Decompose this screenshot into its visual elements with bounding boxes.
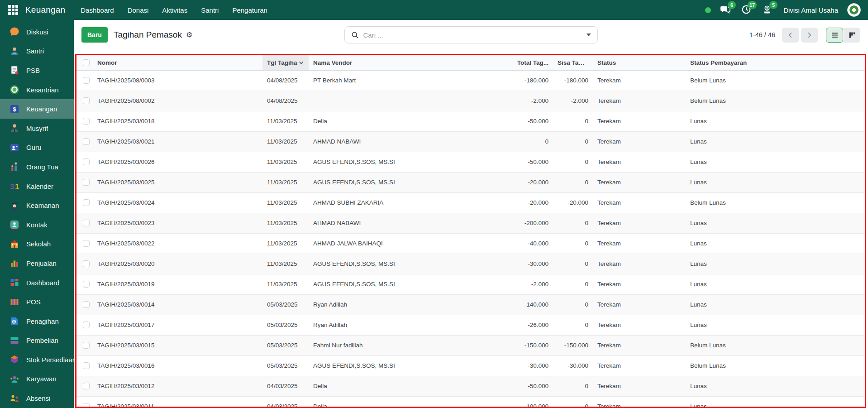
cell-status: Terekam <box>593 315 686 335</box>
search-dropdown-toggle[interactable] <box>580 27 597 43</box>
stok-persediaan-icon <box>9 354 20 365</box>
column-label: Status <box>597 59 616 66</box>
row-checkbox[interactable] <box>83 281 90 288</box>
row-checkbox[interactable] <box>83 342 90 349</box>
sidebar-item-pembelian[interactable]: Pembelian <box>0 331 74 350</box>
table-row[interactable]: TAGIH/2025/03/002311/03/2025AHMAD NABAWI… <box>76 213 865 233</box>
sidebar-item-musyrif[interactable]: Musyrif <box>0 119 74 138</box>
sidebar-item-pos[interactable]: POS <box>0 292 74 312</box>
table-row[interactable]: TAGIH/2025/03/001811/03/2025Della-50.000… <box>76 111 865 131</box>
company-name[interactable]: Divisi Amal Usaha <box>783 6 838 14</box>
table-row[interactable]: TAGIH/2025/03/002211/03/2025AHMAD JALWA … <box>76 233 865 254</box>
row-checkbox[interactable] <box>83 322 90 328</box>
row-checkbox[interactable] <box>83 220 90 226</box>
menu-dashboard[interactable]: Dashboard <box>81 6 114 14</box>
sidebar-item-santri[interactable]: Santri <box>0 42 74 61</box>
row-checkbox[interactable] <box>83 179 90 186</box>
table-row[interactable]: TAGIH/2025/08/000204/08/2025-2.000-2.000… <box>76 91 865 111</box>
penagihan-icon: $ <box>9 316 20 326</box>
sidebar-item-kalender[interactable]: 31Kalender <box>0 177 74 196</box>
row-checkbox[interactable] <box>83 403 90 408</box>
cell-tgl: 11/03/2025 <box>262 274 309 294</box>
sidebar-item-psb[interactable]: PSB <box>0 61 74 80</box>
table-row[interactable]: TAGIH/2025/03/001405/03/2025Ryan Adillah… <box>76 294 865 315</box>
column-header-nomor[interactable]: Nomor <box>93 55 262 70</box>
table-row[interactable]: TAGIH/2025/03/002111/03/2025AHMAD NABAWI… <box>76 131 865 152</box>
sidebar-item-keuangan[interactable]: $Keuangan <box>0 99 74 119</box>
cell-total: -30.000 <box>499 254 553 274</box>
pager-next-button[interactable] <box>801 28 818 43</box>
table-row[interactable]: TAGIH/2025/03/001911/03/2025AGUS EFENDI,… <box>76 274 865 294</box>
column-header-vendor[interactable]: Nama Vendor <box>309 55 499 70</box>
sidebar-item-penagihan[interactable]: $Penagihan <box>0 312 74 331</box>
menu-pengaturan[interactable]: Pengaturan <box>232 6 267 14</box>
sidebar-item-sekolah[interactable]: Sekolah <box>0 235 74 254</box>
table-row[interactable]: TAGIH/2025/03/001104/03/2025Della-100.00… <box>76 396 865 408</box>
cell-nomor: TAGIH/2025/03/0015 <box>93 335 262 355</box>
row-select-cell <box>76 396 93 408</box>
table-row[interactable]: TAGIH/2025/03/001705/03/2025Ryan Adillah… <box>76 315 865 335</box>
row-checkbox[interactable] <box>83 260 90 267</box>
menu-donasi[interactable]: Donasi <box>128 6 149 14</box>
sidebar-item-stok-persediaan[interactable]: Stok Persediaan <box>0 350 74 370</box>
column-header-status[interactable]: Status <box>593 55 686 70</box>
search-input[interactable] <box>363 31 580 39</box>
row-checkbox[interactable] <box>83 77 90 84</box>
keuangan-icon: $ <box>9 104 20 115</box>
sidebar-item-kesantrian[interactable]: Kesantrian <box>0 80 74 100</box>
row-checkbox[interactable] <box>83 301 90 308</box>
sidebar-item-kontak[interactable]: Kontak <box>0 215 74 235</box>
table-row[interactable]: TAGIH/2025/03/001204/03/2025Della-50.000… <box>76 376 865 396</box>
apps-grid-icon[interactable] <box>8 5 18 15</box>
table-row[interactable]: TAGIH/2025/03/002011/03/2025AGUS EFENDI,… <box>76 254 865 274</box>
row-checkbox[interactable] <box>83 118 90 125</box>
column-header-sisa[interactable]: Sisa Tagi... <box>553 55 593 70</box>
app-name[interactable]: Keuangan <box>25 5 65 15</box>
sidebar-item-absensi[interactable]: Absensi <box>0 389 74 408</box>
messages-icon[interactable]: 6 <box>720 4 732 16</box>
table-row[interactable]: TAGIH/2025/08/000304/08/2025PT Berkah Ma… <box>76 70 865 91</box>
kanban-view-button[interactable] <box>843 28 860 43</box>
select-all-checkbox[interactable] <box>83 59 90 66</box>
menu-santri[interactable]: Santri <box>201 6 219 14</box>
row-checkbox[interactable] <box>83 97 90 104</box>
sidebar-item-penjualan[interactable]: Penjualan <box>0 254 74 273</box>
table-row[interactable]: TAGIH/2025/03/001605/03/2025AGUS EFENDI,… <box>76 355 865 376</box>
sidebar-item-orang-tua[interactable]: Orang Tua <box>0 157 74 177</box>
row-checkbox[interactable] <box>83 199 90 206</box>
menu-aktivitas[interactable]: Aktivitas <box>162 6 187 14</box>
sidebar-item-label: Dashboard <box>26 279 59 287</box>
kesantrian-icon <box>9 84 20 95</box>
column-header-total[interactable]: Total Tag... <box>499 55 553 70</box>
sidebar-item-label: Penagihan <box>26 317 59 325</box>
column-header-payment[interactable]: Status Pembayaran <box>686 55 865 70</box>
table-row[interactable]: TAGIH/2025/03/002611/03/2025AGUS EFENDI,… <box>76 152 865 172</box>
new-button[interactable]: Baru <box>81 27 108 43</box>
user-avatar[interactable] <box>847 3 861 17</box>
table-row[interactable]: TAGIH/2025/03/001505/03/2025Fahmi Nur fa… <box>76 335 865 355</box>
cell-tgl: 04/03/2025 <box>262 376 309 396</box>
activities-badge: 17 <box>748 1 757 9</box>
cell-payment: Lunas <box>686 172 865 192</box>
table-row[interactable]: TAGIH/2025/03/002411/03/2025AHMAD SUBHI … <box>76 192 865 213</box>
sidebar-item-keamanan[interactable]: Keamanan <box>0 196 74 215</box>
pager-previous-button[interactable] <box>782 28 799 43</box>
row-checkbox[interactable] <box>83 362 90 369</box>
row-checkbox[interactable] <box>83 383 90 389</box>
gear-icon[interactable]: ⚙ <box>186 31 192 38</box>
sidebar-item-diskusi[interactable]: Diskusi <box>0 22 74 42</box>
activities-clock-icon[interactable]: 17 <box>741 4 753 16</box>
sidebar-item-guru[interactable]: Guru <box>0 138 74 158</box>
list-view-button[interactable] <box>826 28 843 43</box>
sidebar-item-karyawan[interactable]: Karyawan <box>0 370 74 389</box>
table-body: TAGIH/2025/08/000304/08/2025PT Berkah Ma… <box>76 70 865 408</box>
column-header-tgl[interactable]: Tgl Tagiha <box>262 55 309 70</box>
row-checkbox[interactable] <box>83 158 90 165</box>
row-checkbox[interactable] <box>83 138 90 145</box>
cell-sisa: 0 <box>553 152 593 172</box>
payments-icon[interactable]: $ 5 <box>762 4 773 16</box>
row-checkbox[interactable] <box>83 240 90 247</box>
sidebar-item-dashboard[interactable]: Dashboard <box>0 273 74 293</box>
sidebar-item-label: Guru <box>26 144 41 151</box>
table-row[interactable]: TAGIH/2025/03/002511/03/2025AGUS EFENDI,… <box>76 172 865 192</box>
